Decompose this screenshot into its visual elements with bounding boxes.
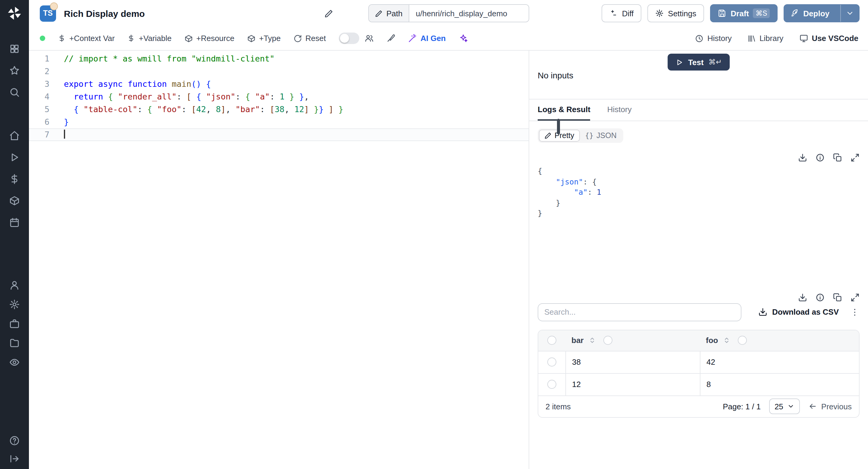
column-header-bar[interactable]: bar [571, 336, 584, 345]
table-render-actions [538, 293, 860, 302]
resources-box-icon[interactable] [9, 195, 20, 206]
code-line[interactable]: 1// import * as wmill from "windmill-cli… [29, 53, 529, 65]
toolbar-right: History Library Use VSCode [695, 34, 858, 43]
workers-briefcase-icon[interactable] [9, 318, 20, 329]
variables-dollar-icon[interactable] [9, 174, 20, 184]
sort-icon[interactable] [723, 336, 731, 344]
code-line[interactable]: 3export async function main() { [29, 78, 529, 90]
sidebar-group-nav [9, 130, 20, 228]
users-icon[interactable] [364, 34, 373, 43]
history-button[interactable]: History [695, 34, 732, 43]
expand-sidebar-icon[interactable] [9, 453, 20, 464]
text-cursor [64, 130, 65, 139]
download-result-icon[interactable] [798, 153, 807, 162]
runs-play-icon[interactable] [9, 152, 20, 163]
table-row[interactable]: 3842 [538, 350, 859, 373]
collab-toggle[interactable] [338, 33, 359, 44]
expand-icon[interactable] [850, 153, 860, 162]
table-search-input[interactable] [538, 303, 741, 321]
info-icon[interactable] [815, 293, 825, 302]
code-line[interactable]: 4 return { "render_all": [ { "json": { "… [29, 90, 529, 103]
search-icon[interactable] [9, 87, 20, 98]
expand-icon[interactable] [850, 293, 860, 302]
code-line[interactable]: 6} [29, 116, 529, 128]
help-icon[interactable] [9, 435, 20, 446]
reset-button[interactable]: Reset [293, 34, 326, 43]
library-button[interactable]: Library [747, 34, 784, 43]
page-size-select[interactable]: 25 [769, 399, 800, 414]
code-line[interactable]: 2 [29, 65, 529, 78]
path-control: Path u/henri/rich_display_demo [368, 4, 529, 22]
code-editor[interactable]: 1// import * as wmill from "windmill-cli… [29, 51, 529, 469]
folders-icon[interactable] [9, 338, 20, 348]
copy-icon[interactable] [833, 293, 842, 302]
line-number: 2 [29, 65, 50, 78]
audit-eye-icon[interactable] [9, 357, 20, 368]
ai-sparkles-button[interactable] [458, 34, 467, 43]
library-icon [747, 34, 756, 42]
ai-gen-button[interactable]: AI Gen [408, 34, 446, 43]
test-button[interactable]: Test ⌘↵ [668, 54, 730, 70]
result-json-viewer: { "json": { "a": 1 }} [538, 166, 860, 219]
table-menu-kebab-icon[interactable] [850, 307, 860, 317]
add-resource-button[interactable]: +Resource [184, 34, 234, 43]
column-toggle-checkbox[interactable] [738, 336, 747, 345]
draft-button[interactable]: Draft ⌘S [710, 4, 777, 22]
result-tabs: Logs & Result History [529, 99, 868, 121]
edit-summary-pencil-icon[interactable] [324, 9, 333, 18]
path-value[interactable]: u/henri/rich_display_demo [409, 5, 529, 22]
download-csv-button[interactable]: Download as CSV [758, 307, 839, 316]
table-body: 3842128 [538, 350, 859, 395]
apps-grid-icon[interactable] [9, 43, 20, 54]
table-cell: 38 [565, 351, 700, 373]
windmill-logo-icon[interactable] [7, 5, 22, 21]
row-checkbox[interactable] [547, 380, 556, 389]
code-line[interactable]: 7 [29, 128, 529, 141]
favorites-star-icon[interactable] [9, 65, 20, 76]
sort-icon[interactable] [588, 336, 596, 344]
dollar-icon [58, 34, 66, 42]
user-icon[interactable] [9, 280, 20, 290]
tab-history[interactable]: History [607, 99, 632, 121]
schedules-calendar-icon[interactable] [9, 217, 20, 228]
settings-button[interactable]: Settings [647, 4, 704, 22]
download-result-icon[interactable] [798, 293, 807, 302]
code-line[interactable]: 5 { "table-col": { "foo": [42, 8], "bar"… [29, 103, 529, 116]
add-type-button[interactable]: +Type [247, 34, 281, 43]
home-icon[interactable] [9, 130, 20, 141]
copy-icon[interactable] [833, 153, 842, 162]
deploy-button[interactable]: Deploy [783, 4, 860, 22]
info-icon[interactable] [815, 153, 825, 162]
rocket-icon [790, 9, 799, 18]
settings-gear-icon[interactable] [9, 299, 20, 310]
tab-logs-result[interactable]: Logs & Result [538, 99, 590, 121]
select-all-checkbox[interactable] [547, 336, 556, 345]
line-number: 6 [29, 116, 50, 128]
save-draft-icon [718, 9, 726, 18]
result-json-line: } [538, 208, 860, 219]
path-button[interactable]: Path [369, 5, 409, 22]
format-brush-button[interactable] [386, 34, 395, 43]
settings-icon [655, 9, 664, 18]
column-header-foo[interactable]: foo [706, 336, 718, 345]
view-mode-toggle: Pretty {} JSON [538, 128, 623, 143]
table-cell: 42 [700, 351, 859, 373]
deploy-dropdown-button[interactable] [840, 5, 859, 22]
line-number: 1 [29, 53, 50, 65]
add-context-var-button[interactable]: +Context Var [58, 34, 115, 43]
draft-kbd-hint: ⌘S [753, 8, 770, 18]
table-cell: 8 [700, 373, 859, 395]
page-indicator: Page: 1 / 1 [723, 402, 761, 411]
add-variable-button[interactable]: +Variable [127, 34, 172, 43]
previous-page-button[interactable]: Previous [809, 402, 852, 411]
row-checkbox[interactable] [547, 357, 556, 367]
column-toggle-checkbox[interactable] [603, 336, 613, 345]
add-type-label: +Type [259, 34, 281, 43]
json-view-button[interactable]: {} JSON [580, 130, 622, 142]
table-row[interactable]: 128 [538, 373, 859, 395]
workspace: 1// import * as wmill from "windmill-cli… [29, 51, 868, 469]
use-vscode-button[interactable]: Use VSCode [799, 34, 858, 43]
diff-icon [610, 9, 618, 18]
pane-resize-handle[interactable] [557, 119, 560, 134]
diff-button[interactable]: Diff [601, 4, 642, 22]
